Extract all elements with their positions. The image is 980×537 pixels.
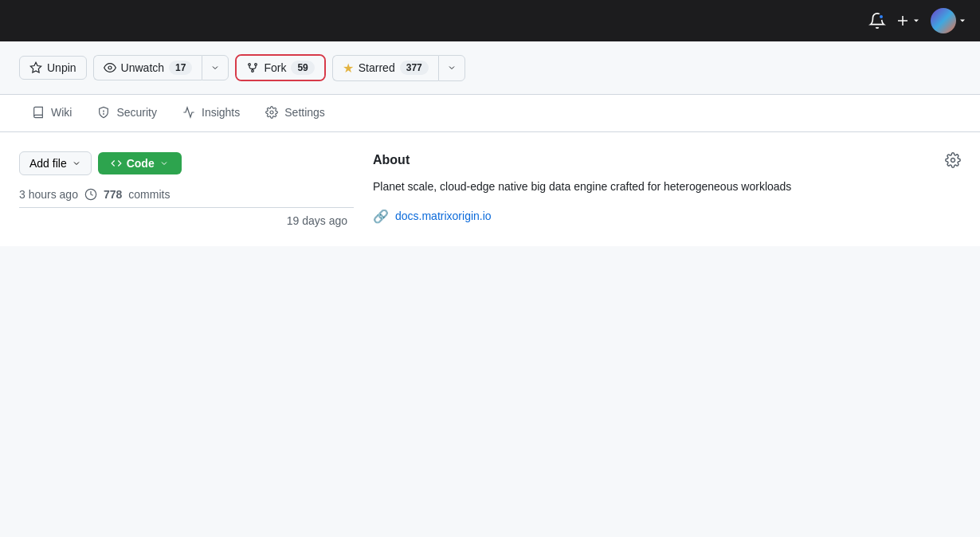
unwatch-count: 17 [169, 61, 192, 75]
commits-label: commits [128, 188, 170, 201]
svg-point-6 [104, 114, 104, 115]
svg-point-7 [270, 111, 273, 114]
left-panel: Add file Code 3 hours ago [19, 151, 354, 227]
about-header: About [373, 151, 961, 168]
add-file-button[interactable]: Add file [19, 151, 92, 175]
settings-icon [265, 106, 278, 119]
starred-count: 377 [400, 61, 429, 75]
fork-count: 59 [291, 61, 314, 75]
tab-settings-label: Settings [284, 106, 325, 119]
svg-point-3 [252, 70, 254, 73]
book-icon [32, 106, 45, 119]
code-icon [111, 158, 122, 169]
notifications-button[interactable] [868, 12, 886, 29]
tab-wiki-label: Wiki [51, 106, 72, 119]
about-link[interactable]: 🔗 docs.matrixorigin.io [373, 209, 961, 224]
about-link-text: docs.matrixorigin.io [395, 210, 492, 222]
notification-dot [878, 14, 884, 20]
about-settings-button[interactable] [945, 151, 961, 168]
fork-label: Fork [264, 61, 286, 74]
about-description: Planet scale, cloud-edge native big data… [373, 178, 961, 195]
commit-info: 3 hours ago 778 commits [19, 188, 354, 201]
svg-point-1 [249, 64, 251, 66]
code-label: Code [127, 157, 155, 170]
shield-icon [97, 106, 110, 119]
commit-time: 3 hours ago [19, 188, 78, 201]
starred-button[interactable]: ★ Starred 377 [332, 55, 438, 81]
unpin-button[interactable]: Unpin [19, 56, 87, 80]
unwatch-button-group: Unwatch 17 [93, 55, 229, 80]
unwatch-button[interactable]: Unwatch 17 [93, 55, 202, 80]
code-chevron-icon [159, 159, 169, 168]
tab-security-label: Security [116, 106, 157, 119]
top-navigation [0, 0, 980, 41]
svg-point-2 [255, 64, 257, 66]
tab-insights-label: Insights [202, 106, 240, 119]
svg-point-0 [108, 66, 112, 69]
about-title: About [373, 153, 410, 167]
about-panel: About Planet scale, cloud-edge native bi… [373, 151, 961, 227]
clock-icon [84, 188, 97, 201]
fork-button[interactable]: Fork 59 [237, 56, 323, 80]
code-button[interactable]: Code [98, 152, 182, 174]
add-file-label: Add file [29, 157, 67, 170]
graph-icon [182, 106, 195, 119]
tabs-navigation: Wiki Security Insights Settings [0, 95, 980, 132]
tab-security[interactable]: Security [84, 95, 170, 131]
star-icon: ★ [343, 61, 354, 76]
fork-button-group: Fork 59 [235, 54, 325, 81]
tab-insights[interactable]: Insights [170, 95, 253, 131]
starred-button-group: ★ Starred 377 [332, 55, 465, 81]
chevron-down-icon [72, 159, 81, 168]
unwatch-dropdown-button[interactable] [202, 55, 229, 80]
tab-wiki[interactable]: Wiki [19, 95, 84, 131]
user-menu-button[interactable] [931, 8, 967, 33]
create-new-button[interactable] [896, 14, 921, 28]
tab-settings[interactable]: Settings [253, 95, 338, 131]
repo-action-bar: Unpin Unwatch 17 Fork [0, 41, 980, 95]
starred-dropdown-button[interactable] [438, 55, 465, 81]
days-ago-row: 19 days ago [19, 207, 354, 227]
unpin-label: Unpin [47, 61, 76, 74]
days-ago: 19 days ago [287, 214, 347, 227]
starred-label: Starred [359, 61, 395, 74]
unwatch-label: Unwatch [121, 61, 164, 74]
svg-point-9 [951, 159, 955, 163]
gear-icon [945, 152, 961, 168]
file-actions: Add file Code [19, 151, 354, 175]
main-content: Add file Code 3 hours ago [0, 132, 980, 246]
link-icon: 🔗 [373, 209, 389, 224]
avatar [931, 8, 956, 33]
commit-count: 778 [104, 188, 122, 201]
